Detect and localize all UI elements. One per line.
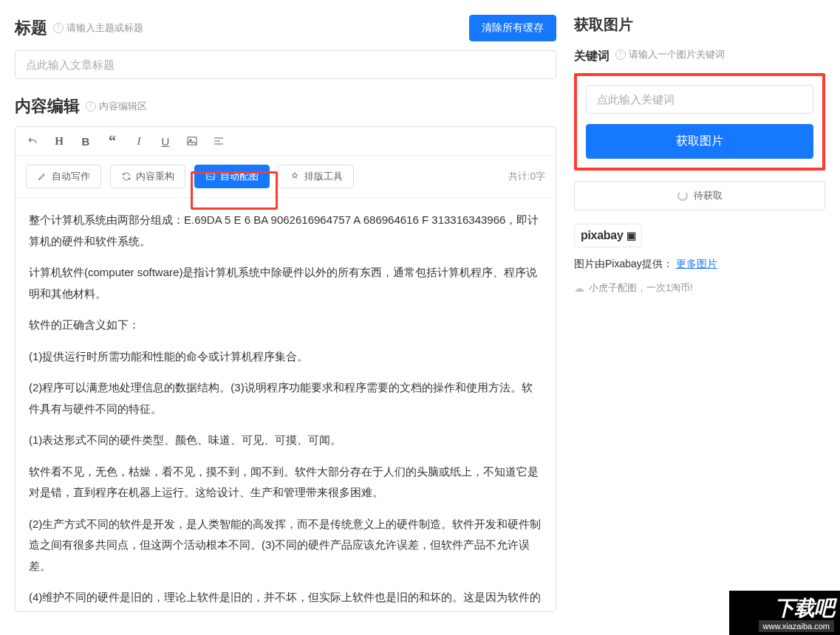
fetch-image-button[interactable]: 获取图片 <box>586 124 813 159</box>
info-icon <box>615 49 626 60</box>
info-icon <box>86 101 96 111</box>
editor-container: H B “ I U 自动写作 内容重构 自动配图 <box>15 126 556 612</box>
tip-row: ☁ 小虎子配图，一次1淘币! <box>574 281 825 295</box>
keyword-input[interactable] <box>586 85 813 114</box>
underline-icon[interactable]: U <box>159 134 172 148</box>
editor-paragraph: (4)维护不同的硬件是旧的，理论上软件是旧的，并不坏，但实际上软件也是旧的和坏的… <box>29 587 542 611</box>
more-images-link[interactable]: 更多图片 <box>676 258 717 270</box>
info-icon <box>53 23 64 33</box>
quote-icon[interactable]: “ <box>106 134 119 148</box>
image-section-heading: 获取图片 <box>574 15 825 35</box>
editor-paragraph: (2)生产方式不同的软件是开发，是人类智能的高发挥，而不是传统意义上的硬件制造。… <box>29 514 542 577</box>
clear-cache-button[interactable]: 清除所有缓存 <box>469 15 556 41</box>
keyword-header: 关键词 请输入一个图片关键词 <box>574 48 825 64</box>
editor-paragraph: (1)提供运行时所需功能和性能的命令或计算机程序集合。 <box>29 346 542 368</box>
editor-paragraph: (1)表达形式不同的硬件类型、颜色、味道、可见、可摸、可闻。 <box>29 430 542 451</box>
heading-icon[interactable]: H <box>52 134 66 148</box>
editor-paragraph: 计算机软件(computer software)是指计算机系统中除硬件以外的所有… <box>29 262 542 304</box>
editor-paragraph: 软件看不见，无色，枯燥，看不见，摸不到，闻不到。软件大部分存在于人们的头脑或纸上… <box>29 461 542 504</box>
italic-icon[interactable]: I <box>132 134 146 148</box>
cloud-icon: ☁ <box>574 282 584 294</box>
format-toolbar: H B “ I U <box>16 127 556 156</box>
auto-image-button[interactable]: 自动配图 <box>194 165 270 188</box>
bold-icon[interactable]: B <box>79 134 92 148</box>
status-button[interactable]: 待获取 <box>574 181 825 210</box>
watermark: 下载吧 www.xiazaiba.com <box>729 591 840 635</box>
editor-paragraph: 整个计算机系统由两部分组成：E.69DA 5 E 6 BA 9062616964… <box>29 210 542 252</box>
keyword-hint: 请输入一个图片关键词 <box>615 48 725 61</box>
align-icon[interactable] <box>212 134 225 148</box>
auto-write-button[interactable]: 自动写作 <box>26 165 101 188</box>
editor-hint: 内容编辑区 <box>86 100 147 113</box>
image-icon[interactable] <box>185 134 199 148</box>
article-title-input[interactable] <box>15 50 556 79</box>
title-hint: 请输入主题或标题 <box>53 21 143 35</box>
editor-paragraph: 软件的正确含义如下： <box>29 315 542 336</box>
undo-icon[interactable] <box>26 134 39 148</box>
char-counter: 共计:0字 <box>508 170 545 183</box>
editor-body[interactable]: 整个计算机系统由两部分组成：E.69DA 5 E 6 BA 9062616964… <box>16 198 556 611</box>
keyword-label: 关键词 <box>574 49 609 64</box>
title-heading: 标题 <box>15 17 47 39</box>
layout-tool-button[interactable]: 排版工具 <box>279 165 354 188</box>
camera-icon: ▣ <box>626 230 636 241</box>
keyword-box-highlight: 获取图片 <box>574 73 825 171</box>
pixabay-badge: pixabay ▣ <box>574 224 642 247</box>
svg-rect-0 <box>188 137 197 145</box>
editor-section-header: 内容编辑 内容编辑区 <box>15 95 556 117</box>
image-credit: 图片由Pixabay提供： 更多图片 <box>574 258 825 271</box>
action-toolbar: 自动写作 内容重构 自动配图 排版工具 共计:0字 <box>16 156 556 198</box>
restructure-button[interactable]: 内容重构 <box>110 165 185 188</box>
title-section-header: 标题 请输入主题或标题 清除所有缓存 <box>15 15 556 41</box>
editor-heading: 内容编辑 <box>15 95 80 117</box>
editor-paragraph: (2)程序可以满意地处理信息的数据结构。(3)说明程序功能要求和程序需要的文档的… <box>29 377 542 419</box>
loading-icon <box>677 190 688 201</box>
